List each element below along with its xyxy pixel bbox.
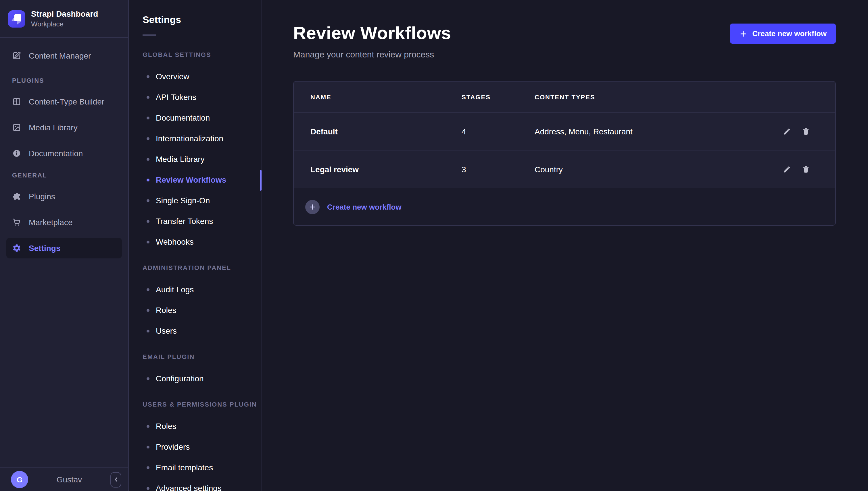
bullet-icon	[146, 220, 150, 223]
subnav-item-users[interactable]: Users	[142, 320, 262, 341]
page-header-text: Review Workflows Manage your content rev…	[293, 23, 451, 59]
sidebar-item-label: Documentation	[29, 149, 83, 158]
main-content: Review Workflows Manage your content rev…	[262, 0, 868, 491]
bullet-icon	[146, 157, 150, 161]
subnav-item-internationalization[interactable]: Internationalization	[142, 128, 262, 149]
workflow-content-types: Country	[535, 165, 764, 174]
user-name: Gustav	[33, 475, 106, 484]
bullet-icon	[146, 288, 150, 291]
sidebar-nav: Content Manager PLUGINS Content-Type Bui…	[0, 38, 128, 467]
gear-icon	[12, 243, 21, 253]
subnav-item-audit-logs[interactable]: Audit Logs	[142, 279, 262, 300]
brand[interactable]: Strapi Dashboard Workplace	[0, 0, 128, 37]
subnav-item-transfer-tokens[interactable]: Transfer Tokens	[142, 211, 262, 231]
subnav-item-roles[interactable]: Roles	[142, 300, 262, 320]
user-avatar[interactable]: G	[11, 471, 28, 488]
puzzle-icon	[12, 192, 21, 201]
bullet-icon	[146, 199, 150, 202]
subnav-item-label: API Tokens	[156, 92, 196, 102]
page-header: Review Workflows Manage your content rev…	[293, 23, 836, 59]
table-row[interactable]: Default 4 Address, Menu, Restaurant	[294, 112, 835, 150]
subnav-title: Settings	[142, 15, 262, 26]
table-footer-create-workflow[interactable]: Create new workflow	[294, 188, 835, 225]
sidebar-item-settings[interactable]: Settings	[6, 238, 122, 258]
subnav-item-label: Audit Logs	[156, 285, 194, 294]
subnav-item-label: Transfer Tokens	[156, 216, 213, 226]
column-header-stages: STAGES	[462, 93, 535, 100]
collapse-sidebar-button[interactable]	[110, 472, 121, 487]
bullet-icon	[146, 445, 150, 448]
subnav-item-label: Providers	[156, 442, 190, 451]
subnav-item-providers[interactable]: Providers	[142, 436, 262, 457]
app-window: Strapi Dashboard Workplace Content Manag…	[0, 0, 868, 491]
image-icon	[12, 123, 21, 132]
sidebar-item-label: Settings	[29, 243, 60, 253]
column-header-content-types: CONTENT TYPES	[535, 93, 764, 100]
bullet-icon	[146, 116, 150, 119]
subnav-item-documentation[interactable]: Documentation	[142, 107, 262, 128]
subnav-item-label: Single Sign-On	[156, 196, 210, 205]
subnav-section-label: ADMINISTRATION PANEL	[142, 264, 262, 271]
sidebar-item-plugins[interactable]: Plugins	[6, 186, 122, 207]
subnav-section-label: USERS & PERMISSIONS PLUGIN	[142, 401, 262, 408]
edit-workflow-button[interactable]	[783, 165, 791, 173]
page-title: Review Workflows	[293, 23, 451, 44]
pencil-icon	[783, 127, 791, 135]
subnav-item-single-sign-on[interactable]: Single Sign-On	[142, 190, 262, 211]
subnav-item-media-library[interactable]: Media Library	[142, 149, 262, 169]
sidebar-section-general: GENERAL	[12, 172, 116, 179]
workflow-stages: 3	[462, 165, 535, 174]
table-footer-label: Create new workflow	[327, 202, 402, 211]
subnav-item-advanced-settings[interactable]: Advanced settings	[142, 478, 262, 491]
subnav-section-email-plugin: EMAIL PLUGIN Configuration	[142, 353, 262, 389]
create-workflow-button[interactable]: Create new workflow	[730, 24, 836, 44]
bullet-icon	[146, 425, 150, 428]
subnav-section-global-settings: GLOBAL SETTINGS Overview API Tokens Docu…	[142, 51, 262, 252]
brand-subtitle: Workplace	[31, 20, 98, 28]
sidebar-item-label: Marketplace	[29, 218, 73, 227]
delete-workflow-button[interactable]	[802, 127, 810, 135]
subnav-item-label: Users	[156, 326, 177, 336]
row-actions	[764, 165, 810, 173]
subnav-item-label: Overview	[156, 72, 189, 81]
bullet-icon	[146, 75, 150, 78]
subnav-item-api-tokens[interactable]: API Tokens	[142, 87, 262, 107]
workflow-content-types: Address, Menu, Restaurant	[535, 126, 764, 136]
bullet-icon	[146, 240, 150, 243]
workflow-name: Legal review	[310, 165, 462, 174]
sidebar-item-content-type-builder[interactable]: Content-Type Builder	[6, 91, 122, 112]
subnav-item-email-templates[interactable]: Email templates	[142, 457, 262, 478]
table-header: NAME STAGES CONTENT TYPES	[294, 82, 835, 112]
user-area: G Gustav	[0, 467, 128, 491]
subnav-item-webhooks[interactable]: Webhooks	[142, 231, 262, 252]
subnav-item-configuration[interactable]: Configuration	[142, 368, 262, 389]
edit-workflow-button[interactable]	[783, 127, 791, 135]
create-workflow-button-label: Create new workflow	[752, 29, 826, 38]
subnav-section-label: GLOBAL SETTINGS	[142, 51, 262, 58]
subnav-item-up-roles[interactable]: Roles	[142, 416, 262, 436]
sidebar-item-documentation[interactable]: Documentation	[6, 143, 122, 164]
subnav-item-overview[interactable]: Overview	[142, 66, 262, 87]
subnav-item-label: Roles	[156, 422, 177, 431]
subnav-item-review-workflows[interactable]: Review Workflows	[142, 169, 262, 190]
bullet-icon	[146, 487, 150, 490]
trash-icon	[802, 165, 810, 173]
workflows-table: NAME STAGES CONTENT TYPES Default 4 Addr…	[293, 81, 836, 226]
subnav-item-label: Internationalization	[156, 134, 223, 143]
plus-circle-icon	[305, 200, 320, 214]
plus-icon	[739, 30, 747, 38]
subnav-item-label: Advanced settings	[156, 484, 222, 491]
sidebar-item-media-library[interactable]: Media Library	[6, 117, 122, 138]
sidebar-item-label: Media Library	[29, 123, 78, 132]
cart-icon	[12, 218, 21, 227]
sidebar-item-marketplace[interactable]: Marketplace	[6, 212, 122, 233]
sidebar-item-content-manager[interactable]: Content Manager	[6, 46, 122, 66]
subnav-section-label: EMAIL PLUGIN	[142, 353, 262, 360]
page-subtitle: Manage your content review process	[293, 49, 451, 59]
settings-subnav: Settings GLOBAL SETTINGS Overview API To…	[129, 0, 262, 491]
subnav-section-administration-panel: ADMINISTRATION PANEL Audit Logs Roles Us…	[142, 264, 262, 341]
table-row[interactable]: Legal review 3 Country	[294, 150, 835, 188]
bullet-icon	[146, 96, 150, 98]
delete-workflow-button[interactable]	[802, 165, 810, 173]
sidebar-item-label: Content-Type Builder	[29, 97, 104, 106]
